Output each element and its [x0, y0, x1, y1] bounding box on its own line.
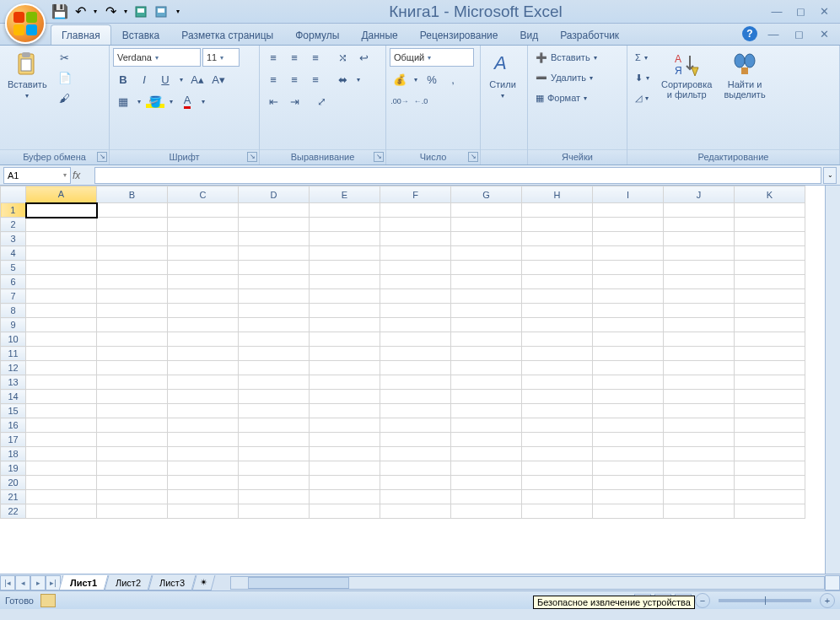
- cell-D22[interactable]: [239, 504, 310, 519]
- cell-G18[interactable]: [451, 447, 522, 461]
- cell-B19[interactable]: [97, 461, 168, 476]
- worksheet-grid[interactable]: ABCDEFGHIJK12345678910111213141516171819…: [0, 186, 840, 574]
- cell-K7[interactable]: [735, 289, 805, 304]
- cell-E10[interactable]: [310, 332, 380, 347]
- cell-C21[interactable]: [168, 490, 239, 504]
- cell-A11[interactable]: [26, 347, 97, 361]
- bold-button[interactable]: B: [113, 70, 133, 89]
- cell-H21[interactable]: [522, 490, 593, 504]
- align-center-icon[interactable]: ≡: [284, 70, 304, 89]
- shrink-font-icon[interactable]: A▾: [208, 70, 229, 89]
- cell-F5[interactable]: [380, 261, 451, 275]
- cell-A4[interactable]: [26, 246, 97, 261]
- cell-C11[interactable]: [168, 347, 239, 361]
- cell-G4[interactable]: [451, 246, 522, 261]
- col-header-D[interactable]: D: [239, 186, 310, 203]
- cell-A14[interactable]: [26, 390, 97, 404]
- cell-D3[interactable]: [239, 232, 310, 246]
- cell-H22[interactable]: [522, 504, 593, 519]
- cell-G14[interactable]: [451, 390, 522, 404]
- fx-icon[interactable]: fx: [73, 170, 93, 181]
- styles-button[interactable]: A Стили▾: [484, 48, 521, 104]
- cell-E15[interactable]: [310, 404, 380, 418]
- cell-H19[interactable]: [522, 461, 593, 476]
- zoom-in-button[interactable]: +: [820, 593, 835, 608]
- cell-K18[interactable]: [735, 447, 805, 461]
- cell-G21[interactable]: [451, 490, 522, 504]
- delete-cells-button[interactable]: ➖Удалить ▾: [531, 68, 623, 87]
- number-format-combo[interactable]: Общий▾: [390, 48, 474, 67]
- cell-I10[interactable]: [593, 332, 664, 347]
- orientation-icon[interactable]: ⤭: [332, 48, 353, 67]
- cell-A21[interactable]: [26, 490, 97, 504]
- cell-J4[interactable]: [664, 246, 735, 261]
- cell-K17[interactable]: [735, 433, 805, 447]
- cell-G3[interactable]: [451, 232, 522, 246]
- name-box[interactable]: A1▾: [3, 167, 71, 184]
- cell-C7[interactable]: [168, 289, 239, 304]
- cell-B21[interactable]: [97, 490, 168, 504]
- cell-H14[interactable]: [522, 390, 593, 404]
- sheet-nav-first-icon[interactable]: |◂: [0, 575, 15, 590]
- cell-J9[interactable]: [664, 318, 735, 332]
- increase-decimal-icon[interactable]: .00→: [390, 92, 410, 111]
- cell-K20[interactable]: [735, 476, 805, 490]
- help-icon[interactable]: ?: [742, 26, 757, 41]
- cell-A18[interactable]: [26, 447, 97, 461]
- save-icon[interactable]: 💾: [51, 3, 69, 21]
- cell-F1[interactable]: [380, 203, 451, 218]
- cell-D13[interactable]: [239, 375, 310, 390]
- cell-C22[interactable]: [168, 504, 239, 519]
- cell-K13[interactable]: [735, 375, 805, 390]
- cell-K5[interactable]: [735, 261, 805, 275]
- cell-C4[interactable]: [168, 246, 239, 261]
- cell-F17[interactable]: [380, 433, 451, 447]
- cell-K9[interactable]: [735, 318, 805, 332]
- fill-dropdown-icon[interactable]: ▾: [166, 92, 176, 111]
- cell-H12[interactable]: [522, 361, 593, 375]
- cell-E5[interactable]: [310, 261, 380, 275]
- cell-G10[interactable]: [451, 332, 522, 347]
- cell-C10[interactable]: [168, 332, 239, 347]
- cell-J2[interactable]: [664, 218, 735, 232]
- decrease-decimal-icon[interactable]: ←.0: [411, 92, 431, 111]
- currency-icon[interactable]: 💰: [390, 70, 410, 89]
- cell-D7[interactable]: [239, 289, 310, 304]
- cell-E20[interactable]: [310, 476, 380, 490]
- insert-cells-button[interactable]: ➕Вставить ▾: [531, 48, 623, 67]
- cell-G16[interactable]: [451, 418, 522, 433]
- cell-C16[interactable]: [168, 418, 239, 433]
- cell-G22[interactable]: [451, 504, 522, 519]
- cell-E6[interactable]: [310, 275, 380, 289]
- cell-A2[interactable]: [26, 218, 97, 232]
- cell-K22[interactable]: [735, 504, 805, 519]
- cell-D10[interactable]: [239, 332, 310, 347]
- cell-H2[interactable]: [522, 218, 593, 232]
- undo-icon[interactable]: ↶: [71, 3, 89, 21]
- cell-G2[interactable]: [451, 218, 522, 232]
- wrap-text-icon[interactable]: ↩: [353, 48, 374, 67]
- cell-D9[interactable]: [239, 318, 310, 332]
- cell-F6[interactable]: [380, 275, 451, 289]
- cell-D16[interactable]: [239, 418, 310, 433]
- cell-D8[interactable]: [239, 304, 310, 318]
- cell-K4[interactable]: [735, 246, 805, 261]
- cell-E18[interactable]: [310, 447, 380, 461]
- cell-G17[interactable]: [451, 433, 522, 447]
- minimize-button[interactable]: —: [767, 4, 786, 19]
- formula-input[interactable]: [94, 167, 821, 184]
- align-top-icon[interactable]: ≡: [263, 48, 283, 67]
- cell-D4[interactable]: [239, 246, 310, 261]
- cell-F8[interactable]: [380, 304, 451, 318]
- cell-K10[interactable]: [735, 332, 805, 347]
- mdi-minimize-button[interactable]: —: [764, 26, 783, 41]
- row-header-18[interactable]: 18: [1, 447, 26, 461]
- horizontal-scrollbar[interactable]: [230, 576, 825, 590]
- cell-D11[interactable]: [239, 347, 310, 361]
- cell-B13[interactable]: [97, 375, 168, 390]
- cell-A16[interactable]: [26, 418, 97, 433]
- new-sheet-button[interactable]: ✴: [192, 575, 216, 590]
- cell-E16[interactable]: [310, 418, 380, 433]
- tab-0[interactable]: Главная: [51, 24, 111, 45]
- cell-I20[interactable]: [593, 476, 664, 490]
